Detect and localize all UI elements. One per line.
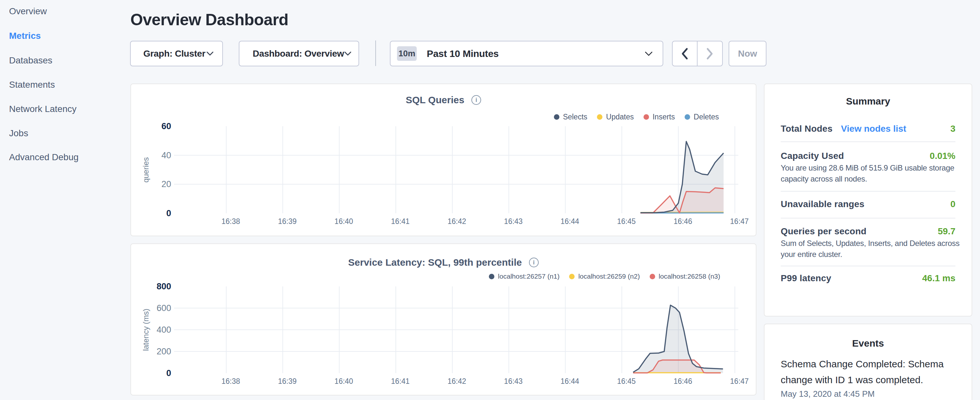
controls-divider — [375, 40, 376, 66]
y-axis-tick-label: 0 — [131, 208, 171, 218]
time-range-badge: 10m — [397, 46, 417, 61]
dashboard-dropdown[interactable]: Dashboard: Overview — [239, 41, 359, 66]
x-axis-tick-label: 16:46 — [663, 217, 702, 226]
total-nodes-value: 3 — [950, 124, 955, 134]
x-axis-tick-label: 16:44 — [550, 217, 589, 226]
capacity-used-label: Capacity Used — [781, 151, 844, 161]
chevron-right-icon — [705, 46, 715, 61]
summary-row-total-nodes: Total Nodes View nodes list 3 — [781, 123, 955, 135]
events-title: Events — [765, 338, 972, 349]
time-step-buttons — [672, 41, 723, 66]
y-axis-tick-label: 0 — [131, 368, 171, 378]
summary-row-unavailable-ranges: Unavailable ranges 0 — [781, 198, 955, 210]
service-latency-chart-card: Service Latency: SQL, 99th percentile i … — [130, 243, 756, 395]
sidebar-item-advanced-debug[interactable]: Advanced Debug — [9, 153, 79, 162]
x-axis-tick-label: 16:47 — [720, 217, 759, 226]
x-axis-tick-label: 16:45 — [607, 377, 646, 386]
x-axis-tick-label: 16:41 — [381, 217, 420, 226]
event-text: Schema Change Completed: Schema change w… — [781, 356, 957, 388]
prev-time-button[interactable] — [673, 41, 698, 66]
summary-divider — [781, 191, 955, 191]
unavailable-ranges-value: 0 — [950, 199, 955, 209]
y-axis-tick-label: 200 — [131, 346, 171, 357]
x-axis-tick-label: 16:45 — [607, 217, 646, 226]
y-axis-tick-label: 800 — [131, 281, 171, 292]
x-axis-tick-label: 16:39 — [268, 377, 307, 386]
total-nodes-label: Total Nodes — [781, 124, 832, 134]
event-timestamp: May 13, 2020 at 4:45 PM — [781, 389, 957, 399]
dashboard-dropdown-label: Dashboard: Overview — [253, 49, 344, 59]
sidebar-item-statements[interactable]: Statements — [9, 80, 55, 90]
time-range-label: Past 10 Minutes — [427, 48, 499, 59]
sidebar-item-jobs[interactable]: Jobs — [9, 129, 28, 138]
now-button[interactable]: Now — [729, 41, 767, 66]
capacity-used-description: You are using 28.6 MiB of 515.9 GiB usab… — [781, 163, 964, 185]
qps-label: Queries per second — [781, 226, 866, 237]
x-axis-tick-label: 16:39 — [268, 217, 307, 226]
db-console-screen: OverviewMetricsDatabasesStatementsNetwor… — [0, 0, 980, 400]
x-axis-tick-label: 16:42 — [438, 377, 476, 386]
summary-divider — [781, 266, 955, 266]
time-range-selector[interactable]: 10m Past 10 Minutes — [390, 41, 663, 66]
x-axis-tick-label: 16:42 — [438, 217, 476, 226]
y-axis-tick-label: 600 — [131, 303, 171, 313]
sidebar-item-network-latency[interactable]: Network Latency — [9, 104, 77, 114]
summary-panel: Summary Total Nodes View nodes list 3 Ca… — [764, 83, 972, 317]
graph-dropdown-label: Graph: Cluster — [143, 49, 205, 59]
sidebar-item-metrics[interactable]: Metrics — [9, 31, 41, 41]
capacity-used-value: 0.01% — [930, 151, 955, 161]
next-time-button[interactable] — [698, 41, 722, 66]
chevron-down-icon — [344, 51, 352, 56]
x-axis-tick-label: 16:40 — [325, 217, 363, 226]
x-axis-tick-label: 16:41 — [381, 377, 420, 386]
unavailable-ranges-label: Unavailable ranges — [781, 199, 864, 209]
page-title: Overview Dashboard — [130, 10, 288, 29]
summary-row-qps: Queries per second 59.7 — [781, 226, 955, 237]
y-axis-unit-label: queries — [142, 157, 150, 183]
chevron-down-icon — [206, 51, 214, 56]
x-axis-tick-label: 16:43 — [494, 217, 533, 226]
x-axis-tick-label: 16:46 — [663, 377, 702, 386]
y-axis-unit-label: latency (ms) — [142, 309, 150, 351]
qps-description: Sum of Selects, Updates, Inserts, and De… — [781, 238, 964, 260]
x-axis-tick-label: 16:40 — [325, 377, 363, 386]
y-axis-tick-label: 400 — [131, 325, 171, 335]
x-axis-tick-label: 16:43 — [494, 377, 533, 386]
y-axis-tick-label: 20 — [131, 179, 171, 189]
view-nodes-list-link[interactable]: View nodes list — [841, 124, 906, 134]
x-axis-tick-label: 16:47 — [720, 377, 759, 386]
y-axis-tick-label: 40 — [131, 150, 171, 161]
events-panel: Events Schema Change Completed: Schema c… — [764, 324, 972, 400]
p99-latency-value: 46.1 ms — [922, 273, 955, 284]
sidebar-item-databases[interactable]: Databases — [9, 56, 52, 65]
summary-divider — [781, 142, 955, 142]
sidebar-item-overview[interactable]: Overview — [9, 6, 47, 16]
summary-divider — [781, 218, 955, 218]
summary-title: Summary — [765, 96, 972, 107]
sql-queries-chart-card: SQL Queries i SelectsUpdatesInsertsDelet… — [130, 83, 756, 236]
x-axis-tick-label: 16:38 — [211, 217, 250, 226]
summary-row-capacity: Capacity Used 0.01% — [781, 150, 955, 162]
graph-dropdown[interactable]: Graph: Cluster — [130, 41, 223, 66]
chevron-left-icon — [680, 46, 689, 61]
x-axis-tick-label: 16:44 — [550, 377, 589, 386]
p99-latency-label: P99 latency — [781, 273, 831, 284]
x-axis-tick-label: 16:38 — [211, 377, 250, 386]
summary-row-p99: P99 latency 46.1 ms — [781, 273, 955, 284]
y-axis-tick-label: 60 — [131, 121, 171, 131]
qps-value: 59.7 — [938, 226, 956, 237]
chevron-down-icon — [644, 51, 653, 57]
